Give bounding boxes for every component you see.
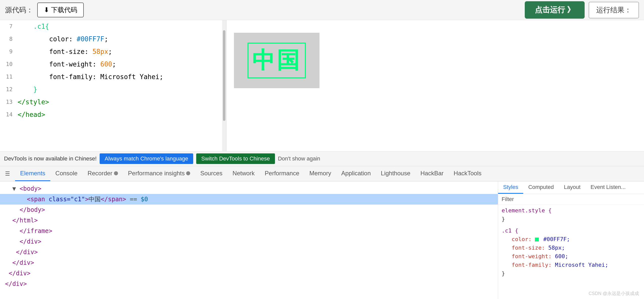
subtab-event-listeners[interactable]: Event Listen... [586, 181, 631, 194]
tab-performance-insights[interactable]: Performance insights [123, 166, 195, 181]
dom-line: ▼ <body> [0, 183, 498, 194]
tab-hackbar[interactable]: HackBar [415, 166, 449, 181]
devtools-tabs: ☰ Elements Console Recorder Performance … [0, 166, 644, 181]
dom-line: </iframe> [0, 226, 498, 236]
result-area: 中国 [226, 20, 644, 151]
tab-hacktools[interactable]: HackTools [449, 166, 487, 181]
dom-line: </div> [0, 247, 498, 257]
code-line: 8 color: #00FF7F; [0, 33, 226, 45]
notify-message: DevTools is now available in Chinese! [4, 155, 97, 162]
dom-line: </div> [0, 279, 498, 289]
scrollbar[interactable] [222, 20, 226, 151]
source-label: 源代码： [5, 5, 33, 15]
top-bar: 源代码： ⬇ 下载代码 点击运行 》 运行结果： [0, 0, 644, 20]
switch-to-chinese-button[interactable]: Switch DevTools to Chinese [196, 153, 275, 164]
run-button[interactable]: 点击运行 》 [525, 1, 585, 19]
tab-lighthouse[interactable]: Lighthouse [376, 166, 415, 181]
styles-subtabs: Styles Computed Layout Event Listen... [498, 181, 644, 194]
code-editor-area: 7 .c1{ 8 color: #00FF7F; 9 font-size: 58… [0, 20, 226, 151]
code-line: 13 </style> [0, 96, 226, 108]
tab-elements[interactable]: Elements [15, 166, 50, 181]
tab-recorder[interactable]: Recorder [83, 166, 123, 181]
code-line: 9 font-size: 58px; [0, 45, 226, 58]
code-line: 14 </head> [0, 108, 226, 121]
code-line: 7 .c1{ [0, 20, 226, 33]
code-line: 10 font-weight: 600; [0, 58, 226, 71]
dom-line-selected[interactable]: <span class="c1" > 中国 </span> == $0 [0, 194, 498, 205]
styles-rule-element: element.style { } [498, 205, 644, 225]
tab-performance[interactable]: Performance [260, 166, 304, 181]
devtools-body: ▼ <body> <span class="c1" > 中国 </span> =… [0, 181, 644, 299]
devtools-notification-bar: DevTools is now available in Chinese! Al… [0, 151, 644, 166]
dom-line: </div> [0, 236, 498, 247]
styles-rule-c1: .c1 { color: #00FF7F; font-size: 58px; f… [498, 225, 644, 279]
devtools-menu-icon[interactable]: ☰ [3, 169, 13, 179]
dom-line: </html> [0, 215, 498, 226]
subtab-computed[interactable]: Computed [523, 181, 559, 194]
result-box: 中国 [234, 33, 319, 88]
styles-panel: Styles Computed Layout Event Listen... F… [498, 181, 644, 299]
subtab-styles[interactable]: Styles [498, 181, 523, 194]
match-language-button[interactable]: Always match Chrome's language [100, 153, 193, 164]
dom-line: </div> [0, 268, 498, 279]
code-editor: 7 .c1{ 8 color: #00FF7F; 9 font-size: 58… [0, 20, 226, 121]
code-line: 11 font-family: Microsoft Yahei; [0, 71, 226, 83]
tab-application[interactable]: Application [336, 166, 376, 181]
tab-network[interactable]: Network [227, 166, 260, 181]
subtab-layout[interactable]: Layout [559, 181, 585, 194]
styles-filter[interactable]: Filter [498, 194, 644, 205]
dont-show-again-button[interactable]: Don't show again [278, 155, 320, 162]
dom-line: </div> [0, 257, 498, 268]
color-swatch [535, 238, 539, 242]
tab-memory[interactable]: Memory [304, 166, 336, 181]
dom-tree: ▼ <body> <span class="c1" > 中国 </span> =… [0, 181, 498, 299]
code-line: 12 } [0, 83, 226, 96]
scrollbar-thumb[interactable] [223, 30, 225, 121]
result-chinese-text: 中国 [248, 43, 306, 78]
download-button[interactable]: ⬇ 下载代码 [37, 3, 84, 17]
tab-console[interactable]: Console [50, 166, 83, 181]
dom-line: </body> [0, 205, 498, 215]
tab-sources[interactable]: Sources [195, 166, 227, 181]
result-label: 运行结果： [589, 2, 639, 18]
recorder-badge [114, 171, 118, 175]
perf-insights-badge [186, 171, 190, 175]
